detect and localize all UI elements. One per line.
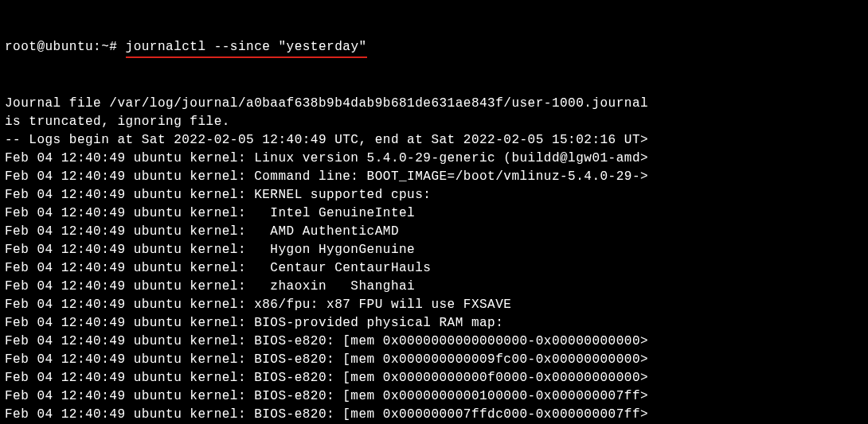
log-line: Feb 04 12:40:49 ubuntu kernel: BIOS-e820…: [5, 406, 863, 424]
log-line: Feb 04 12:40:49 ubuntu kernel: KERNEL su…: [5, 186, 863, 204]
log-line: is truncated, ignoring file.: [5, 113, 863, 131]
log-line: Feb 04 12:40:49 ubuntu kernel: AMD Authe…: [5, 223, 863, 241]
log-line: Feb 04 12:40:49 ubuntu kernel: BIOS-e820…: [5, 333, 863, 351]
command-text: journalctl --since "yesterday": [126, 38, 367, 58]
log-line: Feb 04 12:40:49 ubuntu kernel: Intel Gen…: [5, 204, 863, 223]
terminal-viewport[interactable]: root@ubuntu:~# journalctl --since "yeste…: [0, 0, 868, 424]
log-line: Feb 04 12:40:49 ubuntu kernel: Hygon Hyg…: [5, 241, 863, 259]
command-line[interactable]: root@ubuntu:~# journalctl --since "yeste…: [5, 38, 863, 58]
log-line: Feb 04 12:40:49 ubuntu kernel: BIOS-e820…: [5, 369, 863, 387]
log-line: Feb 04 12:40:49 ubuntu kernel: x86/fpu: …: [5, 296, 863, 314]
log-line: Feb 04 12:40:49 ubuntu kernel: BIOS-e820…: [5, 351, 863, 369]
log-line: Feb 04 12:40:49 ubuntu kernel: BIOS-prov…: [5, 314, 863, 333]
log-line: Feb 04 12:40:49 ubuntu kernel: Command l…: [5, 168, 863, 186]
prompt-prefix: root@ubuntu:~#: [5, 40, 126, 54]
log-output: Journal file /var/log/journal/a0baaf638b…: [5, 95, 863, 424]
log-line: Journal file /var/log/journal/a0baaf638b…: [5, 95, 863, 113]
log-line: Feb 04 12:40:49 ubuntu kernel: zhaoxin S…: [5, 278, 863, 296]
log-line: -- Logs begin at Sat 2022-02-05 12:40:49…: [5, 131, 863, 150]
log-line: Feb 04 12:40:49 ubuntu kernel: Centaur C…: [5, 259, 863, 278]
log-line: Feb 04 12:40:49 ubuntu kernel: Linux ver…: [5, 150, 863, 168]
log-line: Feb 04 12:40:49 ubuntu kernel: BIOS-e820…: [5, 387, 863, 406]
